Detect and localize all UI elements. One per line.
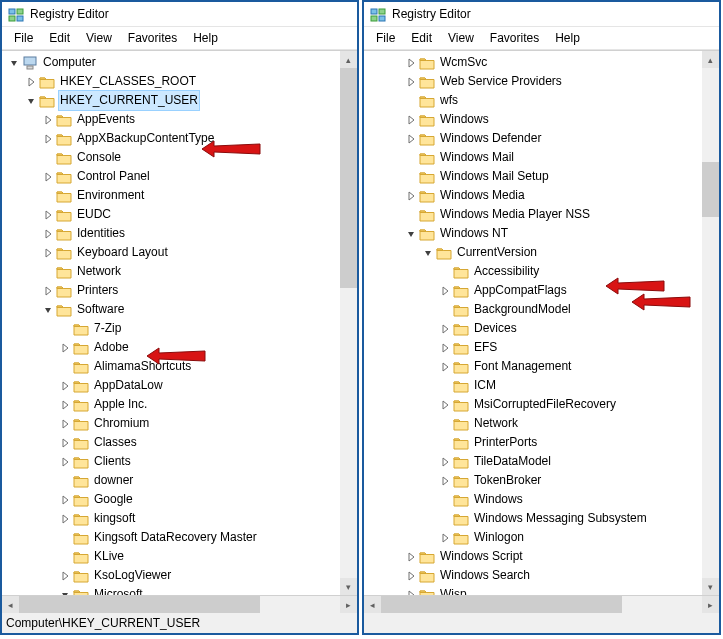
tree-item[interactable]: Microsoft [4,585,357,596]
tree-item[interactable]: Control Panel [4,167,357,186]
chevron-right-icon[interactable] [439,342,451,354]
tree-item[interactable]: wfs [366,91,719,110]
tree-item[interactable]: BackgroundModel [366,300,719,319]
chevron-right-icon[interactable] [42,114,54,126]
chevron-down-icon[interactable] [422,247,434,259]
tree-item[interactable]: Keyboard Layout [4,243,357,262]
tree-item[interactable]: Console [4,148,357,167]
chevron-right-icon[interactable] [42,133,54,145]
tree-item[interactable]: Windows [366,110,719,129]
vertical-scrollbar[interactable]: ▴ ▾ [702,51,719,595]
tree-item[interactable]: Identities [4,224,357,243]
menu-help[interactable]: Help [185,29,226,47]
scroll-thumb[interactable] [702,162,719,217]
registry-tree[interactable]: WcmSvcWeb Service ProviderswfsWindowsWin… [364,51,719,596]
registry-tree[interactable]: ComputerHKEY_CLASSES_ROOTHKEY_CURRENT_US… [2,51,357,596]
menu-favorites[interactable]: Favorites [120,29,185,47]
tree-item[interactable]: Printers [4,281,357,300]
chevron-right-icon[interactable] [439,361,451,373]
chevron-down-icon[interactable] [8,57,20,69]
tree-item[interactable]: KsoLogViewer [4,566,357,585]
tree-item[interactable]: Windows NT [366,224,719,243]
scroll-right-icon[interactable]: ▸ [340,596,357,613]
tree-item[interactable]: Kingsoft DataRecovery Master [4,528,357,547]
tree-item[interactable]: AppXBackupContentType [4,129,357,148]
chevron-right-icon[interactable] [439,532,451,544]
tree-item[interactable]: Apple Inc. [4,395,357,414]
chevron-right-icon[interactable] [59,494,71,506]
tree-item[interactable]: Windows Media Player NSS [366,205,719,224]
scroll-right-icon[interactable]: ▸ [702,596,719,613]
chevron-right-icon[interactable] [405,589,417,597]
chevron-down-icon[interactable] [405,228,417,240]
tree-item[interactable]: WcmSvc [366,53,719,72]
titlebar[interactable]: Registry Editor [2,2,357,27]
horizontal-scrollbar[interactable]: ◂ ▸ [2,596,357,613]
scroll-down-icon[interactable]: ▾ [702,578,719,595]
chevron-right-icon[interactable] [405,133,417,145]
tree-item[interactable]: Environment [4,186,357,205]
chevron-right-icon[interactable] [439,285,451,297]
scroll-left-icon[interactable]: ◂ [364,596,381,613]
chevron-down-icon[interactable] [59,589,71,597]
tree-item[interactable]: HKEY_CLASSES_ROOT [4,72,357,91]
tree-item[interactable]: Google [4,490,357,509]
scroll-thumb-h[interactable] [19,596,260,613]
chevron-right-icon[interactable] [42,247,54,259]
menu-view[interactable]: View [78,29,120,47]
tree-item[interactable]: Windows Media [366,186,719,205]
chevron-right-icon[interactable] [405,570,417,582]
chevron-right-icon[interactable] [59,342,71,354]
chevron-right-icon[interactable] [59,437,71,449]
tree-item[interactable]: Adobe [4,338,357,357]
chevron-right-icon[interactable] [25,76,37,88]
chevron-right-icon[interactable] [59,380,71,392]
chevron-right-icon[interactable] [439,456,451,468]
scroll-thumb[interactable] [340,68,357,288]
menu-edit[interactable]: Edit [41,29,78,47]
chevron-right-icon[interactable] [405,114,417,126]
menu-help[interactable]: Help [547,29,588,47]
tree-item[interactable]: Windows Script [366,547,719,566]
tree-item[interactable]: Software [4,300,357,319]
tree-item[interactable]: ICM [366,376,719,395]
tree-item[interactable]: MsiCorruptedFileRecovery [366,395,719,414]
tree-item[interactable]: AlimamaShortcuts [4,357,357,376]
menu-view[interactable]: View [440,29,482,47]
chevron-right-icon[interactable] [59,570,71,582]
tree-item[interactable]: EFS [366,338,719,357]
tree-item[interactable]: AppDataLow [4,376,357,395]
menu-edit[interactable]: Edit [403,29,440,47]
tree-item[interactable]: AppEvents [4,110,357,129]
chevron-right-icon[interactable] [405,551,417,563]
chevron-right-icon[interactable] [59,399,71,411]
tree-item[interactable]: Windows Mail [366,148,719,167]
chevron-down-icon[interactable] [42,304,54,316]
tree-item[interactable]: Web Service Providers [366,72,719,91]
chevron-down-icon[interactable] [25,95,37,107]
tree-item[interactable]: 7-Zip [4,319,357,338]
chevron-right-icon[interactable] [405,190,417,202]
tree-item[interactable]: Classes [4,433,357,452]
scroll-down-icon[interactable]: ▾ [340,578,357,595]
tree-item[interactable]: Accessibility [366,262,719,281]
tree-item[interactable]: EUDC [4,205,357,224]
chevron-right-icon[interactable] [405,57,417,69]
tree-item[interactable]: Computer [4,53,357,72]
tree-item[interactable]: Windows Messaging Subsystem [366,509,719,528]
tree-item[interactable]: Network [4,262,357,281]
chevron-right-icon[interactable] [59,418,71,430]
scroll-left-icon[interactable]: ◂ [2,596,19,613]
tree-item[interactable]: Windows Defender [366,129,719,148]
chevron-right-icon[interactable] [42,228,54,240]
tree-item[interactable]: CurrentVersion [366,243,719,262]
tree-item[interactable]: Windows Mail Setup [366,167,719,186]
chevron-right-icon[interactable] [439,323,451,335]
menu-file[interactable]: File [368,29,403,47]
chevron-right-icon[interactable] [42,171,54,183]
chevron-right-icon[interactable] [42,285,54,297]
tree-item[interactable]: downer [4,471,357,490]
tree-item[interactable]: Clients [4,452,357,471]
tree-item[interactable]: HKEY_CURRENT_USER [4,91,357,110]
tree-item[interactable]: Wisp [366,585,719,596]
